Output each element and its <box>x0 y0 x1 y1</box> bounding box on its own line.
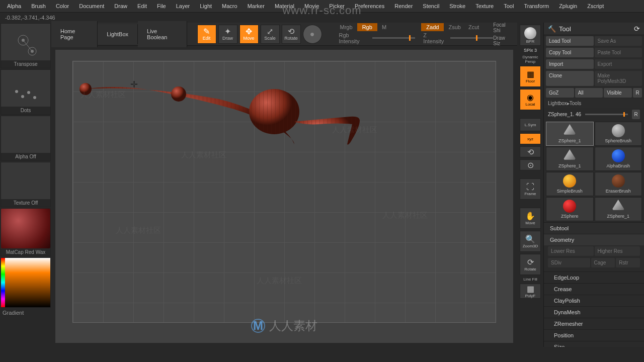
draw-mode-button[interactable]: ✦Draw <box>218 25 237 44</box>
menu-transform[interactable]: Transform <box>519 1 554 11</box>
menu-document[interactable]: Document <box>74 1 109 11</box>
goz-button[interactable]: GoZ <box>546 88 574 98</box>
rstr-button[interactable]: Rstr <box>616 258 640 267</box>
bpr-button[interactable]: BPR <box>520 25 541 46</box>
make-polymesh-button[interactable]: Make PolyMesh3D <box>595 71 642 86</box>
geometry-section[interactable]: Geometry <box>544 234 644 245</box>
menu-color[interactable]: Color <box>51 1 74 11</box>
sdiv-label[interactable]: SDiv <box>548 258 590 267</box>
zadd-toggle[interactable]: Zadd <box>421 23 444 31</box>
menu-edit[interactable]: Edit <box>132 1 152 11</box>
tool-simplebrush[interactable]: SimpleBrush <box>546 172 594 196</box>
load-tool-button[interactable]: Load Tool <box>546 36 594 46</box>
menu-zplugin[interactable]: Zplugin <box>554 1 582 11</box>
gradient-label[interactable]: Gradient <box>1 309 51 317</box>
frame-button[interactable]: ⛶Frame <box>520 178 541 200</box>
tool-alphabrush[interactable]: AlphaBrush <box>595 147 642 171</box>
refresh-icon[interactable]: ⟳ <box>634 25 640 33</box>
menu-stroke[interactable]: Stroke <box>444 1 470 11</box>
axis-z-button[interactable]: ⊙ <box>520 159 541 170</box>
goz-r-button[interactable]: R <box>633 88 642 98</box>
menu-marker[interactable]: Marker <box>243 1 270 11</box>
scale-mode-button[interactable]: ⤢Scale <box>261 25 280 44</box>
xyz-button[interactable]: xyz <box>520 133 541 144</box>
move-nav-button[interactable]: ✋Move <box>520 208 541 229</box>
cage-button[interactable]: Cage <box>591 258 615 267</box>
dynamesh-section[interactable]: DynaMesh <box>544 306 644 318</box>
menu-file[interactable]: File <box>152 1 171 11</box>
local-button[interactable]: ◉Local <box>520 89 541 110</box>
menu-zscript[interactable]: Zscript <box>582 1 609 11</box>
transpose-widget[interactable]: Transpose <box>1 23 51 68</box>
tool-eraserbrush[interactable]: EraserBrush <box>595 172 642 196</box>
lsym-button[interactable]: L.Sym <box>520 118 541 131</box>
subtool-section[interactable]: Subtool <box>544 222 644 234</box>
alpha-widget[interactable]: Alpha Off <box>1 116 51 161</box>
draw-size-label[interactable]: Draw Siz <box>493 35 513 46</box>
menu-draw[interactable]: Draw <box>109 1 132 11</box>
crease-section[interactable]: Crease <box>544 283 644 295</box>
menu-picker[interactable]: Picker <box>324 1 350 11</box>
menu-layer[interactable]: Layer <box>171 1 195 11</box>
menu-texture[interactable]: Texture <box>470 1 499 11</box>
tool-spherebrush[interactable]: SphereBrush <box>595 122 642 146</box>
menu-material[interactable]: Material <box>270 1 299 11</box>
spix-label[interactable]: SPix 3 <box>524 48 537 53</box>
edit-mode-button[interactable]: ✎Edit <box>197 25 216 44</box>
rgb-intensity-slider[interactable] <box>372 37 415 39</box>
rotate-mode-button[interactable]: ⟲Rotate <box>282 25 301 44</box>
lightbox-button[interactable]: LightBox <box>98 24 138 44</box>
tool-zsphere[interactable]: ZSphere <box>546 197 594 221</box>
clone-button[interactable]: Clone <box>546 71 594 86</box>
save-as-button[interactable]: Save As <box>595 36 642 46</box>
rgb-toggle[interactable]: Rgb <box>357 23 377 31</box>
move-mode-button[interactable]: ✥Move <box>239 25 259 44</box>
live-boolean-button[interactable]: Live Boolean <box>138 21 187 47</box>
menu-macro[interactable]: Macro <box>217 1 243 11</box>
gizmo-button[interactable]: ● <box>303 25 322 44</box>
dynamic-toggle[interactable]: DynamicPersp <box>522 55 538 64</box>
material-widget[interactable]: MatCap Red Wax <box>1 208 51 256</box>
position-section[interactable]: Position <box>544 329 644 341</box>
import-button[interactable]: Import <box>546 59 594 69</box>
stroke-dots-widget[interactable]: Dots <box>1 69 51 115</box>
claypolish-section[interactable]: ClayPolish <box>544 295 644 306</box>
menu-alpha[interactable]: Alpha <box>2 1 26 11</box>
menu-brush[interactable]: Brush <box>26 1 51 11</box>
paste-tool-button[interactable]: Paste Tool <box>595 48 642 57</box>
zsub-toggle[interactable]: Zsub <box>445 23 463 31</box>
axis-y-button[interactable]: ⟲ <box>520 146 541 157</box>
floor-button[interactable]: ▦Floor <box>520 66 541 87</box>
m-toggle[interactable]: M <box>379 23 389 31</box>
mrgb-toggle[interactable]: Mrgb <box>337 23 356 31</box>
size-section[interactable]: Size <box>544 341 644 347</box>
color-picker[interactable] <box>1 257 51 308</box>
rotate-nav-button[interactable]: ⟳Rotate <box>520 254 541 275</box>
export-button[interactable]: Export <box>595 59 642 69</box>
copy-tool-button[interactable]: Copy Tool <box>546 48 594 57</box>
zcut-toggle[interactable]: Zcut <box>465 23 482 31</box>
hue-strip[interactable] <box>1 258 5 307</box>
tool-zsphere-1b[interactable]: ZSphere_1 <box>546 147 594 171</box>
tool-zsphere-1c[interactable]: ZSphere_1 <box>595 197 642 221</box>
zremesher-section[interactable]: ZRemesher <box>544 318 644 329</box>
lightbox-crumb[interactable]: Lightbox▸Tools <box>544 99 644 108</box>
goz-all-button[interactable]: All <box>575 88 603 98</box>
zoom3d-button[interactable]: 🔍Zoom3D <box>520 231 541 252</box>
z-intensity-slider[interactable] <box>450 37 493 39</box>
tool-zsphere-1[interactable]: ZSphere_1 <box>546 122 594 146</box>
tool-slider[interactable] <box>585 114 628 115</box>
3d-viewport[interactable]: ✛ <box>72 61 496 323</box>
tool-panel-header[interactable]: 🔨 Tool ⟳ <box>544 23 644 35</box>
lower-res-button[interactable]: Lower Res <box>548 246 594 256</box>
home-page-button[interactable]: Home Page <box>51 21 98 47</box>
menu-preferences[interactable]: Preferences <box>350 1 389 11</box>
menu-light[interactable]: Light <box>195 1 217 11</box>
focal-shift-label[interactable]: Focal Shi <box>493 22 513 33</box>
goz-visible-button[interactable]: Visible <box>604 88 632 98</box>
menu-stencil[interactable]: Stencil <box>418 1 444 11</box>
menu-tool[interactable]: Tool <box>499 1 519 11</box>
higher-res-button[interactable]: Higher Res <box>595 246 640 256</box>
polyf-button[interactable]: ▦PolyF <box>520 284 541 299</box>
tool-r-button[interactable]: R <box>632 110 640 119</box>
